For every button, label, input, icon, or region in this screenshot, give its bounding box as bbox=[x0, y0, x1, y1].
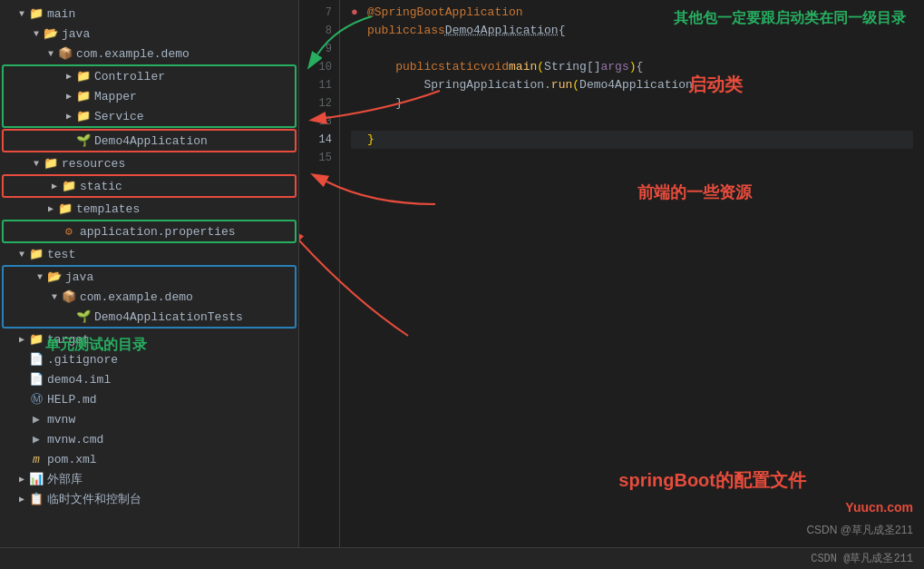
code-line-8: public class Demo4Application { bbox=[351, 22, 913, 40]
code-line-13 bbox=[351, 113, 913, 131]
tree-item-static[interactable]: ▶ 📁 static bbox=[4, 176, 295, 196]
bracket-class-open: { bbox=[559, 22, 566, 40]
arrow-static: ▶ bbox=[47, 179, 62, 193]
tree-item-test-package[interactable]: ▼ 📦 com.example.demo bbox=[4, 287, 295, 307]
tree-item-mvnw[interactable]: ▶ mvnw bbox=[0, 409, 298, 429]
method-main: main bbox=[509, 58, 537, 76]
line-num-12: 12 bbox=[299, 94, 332, 113]
scratch-icon: 📋 bbox=[29, 492, 44, 506]
kw-public-10: public bbox=[395, 58, 438, 76]
label-external-libs: 外部库 bbox=[47, 471, 83, 487]
bracket-class-close: } bbox=[367, 131, 374, 149]
arrow-controller: ▶ bbox=[62, 69, 76, 83]
tree-item-test[interactable]: ▼ 📁 test bbox=[0, 244, 298, 264]
md-icon-help: Ⓜ bbox=[29, 392, 44, 407]
label-test: test bbox=[47, 248, 75, 261]
indent-10 bbox=[367, 58, 395, 76]
folder-icon-java: 📂 bbox=[44, 26, 58, 41]
label-mvnw-cmd: mvnw.cmd bbox=[47, 433, 103, 446]
label-pomxml: pom.xml bbox=[47, 453, 97, 466]
arrow-iml bbox=[15, 372, 29, 387]
class-demo4app: Demo4Application bbox=[445, 22, 559, 40]
folder-icon-service: 📁 bbox=[76, 109, 91, 123]
code-line-12: } bbox=[351, 94, 913, 113]
label-mapper: Mapper bbox=[94, 90, 137, 103]
tree-item-java[interactable]: ▼ 📂 java bbox=[0, 24, 298, 44]
arrow-resources: ▼ bbox=[29, 156, 44, 171]
xml-icon-pom: m bbox=[29, 452, 44, 466]
tree-item-gitignore[interactable]: 📄 .gitignore bbox=[0, 349, 298, 369]
file-icon-gitignore: 📄 bbox=[29, 352, 44, 367]
springboot-icon-test: 🌱 bbox=[76, 309, 91, 324]
arrow-main: ▼ bbox=[15, 6, 29, 21]
tree-item-helpmd[interactable]: Ⓜ HELP.md bbox=[0, 389, 298, 409]
folder-icon-templates: 📁 bbox=[58, 201, 73, 216]
code-content: 7 8 9 10 11 12 13 14 15 ● @SpringBootApp… bbox=[299, 0, 924, 547]
label-iml: demo4.iml bbox=[47, 373, 111, 387]
tree-item-templates[interactable]: ▶ 📁 templates bbox=[0, 199, 298, 219]
tree-item-scratch[interactable]: ▶ 📋 临时文件和控制台 bbox=[0, 489, 298, 509]
arrow-pomxml bbox=[15, 452, 29, 466]
tree-item-main[interactable]: ▼ 📁 main bbox=[0, 4, 298, 24]
label-static: static bbox=[80, 180, 122, 193]
libs-icon: 📊 bbox=[29, 472, 44, 486]
tree-item-app-properties[interactable]: ⚙ application.properties bbox=[4, 221, 295, 241]
label-test-class: Demo4ApplicationTests bbox=[94, 310, 243, 324]
arrow-java: ▼ bbox=[29, 26, 44, 41]
bracket-main-open: ( bbox=[537, 58, 544, 76]
label-com-example: com.example.demo bbox=[76, 47, 190, 61]
tree-item-resources[interactable]: ▼ 📁 resources bbox=[0, 153, 298, 173]
folder-icon-static: 📁 bbox=[62, 179, 76, 193]
folder-icon-test-package: 📦 bbox=[62, 289, 76, 304]
line-numbers: 7 8 9 10 11 12 13 14 15 bbox=[299, 0, 340, 547]
tree-item-iml[interactable]: 📄 demo4.iml bbox=[0, 369, 298, 389]
folder-icon-target: 📁 bbox=[29, 332, 44, 347]
tree-item-test-java[interactable]: ▼ 📂 java bbox=[4, 267, 295, 287]
label-target: target bbox=[47, 333, 90, 347]
bracket-main-close: ) bbox=[629, 58, 637, 76]
label-controller: Controller bbox=[94, 70, 165, 83]
indent-12 bbox=[367, 94, 395, 113]
arrow-test-package: ▼ bbox=[47, 289, 62, 304]
kw-class-8: class bbox=[410, 22, 445, 40]
red-box-static: ▶ 📁 static bbox=[2, 174, 297, 198]
bracket-run-open: ( bbox=[572, 76, 579, 94]
arr-brackets: [] bbox=[587, 58, 601, 76]
arrow-demo4app bbox=[62, 133, 76, 148]
folder-icon-test-java: 📂 bbox=[47, 270, 62, 284]
tree-item-service[interactable]: ▶ 📁 Service bbox=[4, 106, 295, 126]
folder-icon-test: 📁 bbox=[29, 247, 44, 261]
folder-icon-controller: 📁 bbox=[76, 69, 91, 83]
code-line-11: SpringApplication. run ( Demo4Applicatio… bbox=[351, 76, 913, 94]
kw-void-10: void bbox=[481, 58, 509, 76]
red-box-app: 🌱 Demo4Application bbox=[2, 129, 297, 152]
tree-item-target[interactable]: ▶ 📁 target bbox=[0, 329, 298, 349]
tree-item-test-class[interactable]: 🌱 Demo4ApplicationTests bbox=[4, 307, 295, 327]
arrow-target: ▶ bbox=[15, 332, 29, 347]
arrow-gitignore bbox=[15, 352, 29, 367]
tree-item-external-libs[interactable]: ▶ 📊 外部库 bbox=[0, 469, 298, 489]
line-num-15: 15 bbox=[299, 149, 332, 167]
bottom-bar: CSDN @草凡成圣211 bbox=[0, 547, 924, 569]
springboot-icon-demo4app: 🌱 bbox=[76, 133, 91, 148]
editor-area: 7 8 9 10 11 12 13 14 15 ● @SpringBootApp… bbox=[299, 0, 924, 547]
tree-item-controller[interactable]: ▶ 📁 Controller bbox=[4, 66, 295, 86]
line-num-10: 10 bbox=[299, 58, 332, 76]
kw-static-10: static bbox=[438, 58, 481, 76]
tree-item-demo4app[interactable]: 🌱 Demo4Application bbox=[4, 131, 295, 151]
tree-item-com-example[interactable]: ▼ 📦 com.example.demo bbox=[0, 44, 298, 64]
mvnw-cmd-icon: ▶ bbox=[29, 432, 44, 446]
tree-item-mapper[interactable]: ▶ 📁 Mapper bbox=[4, 86, 295, 106]
main-container: ▼ 📁 main ▼ 📂 java ▼ 📦 com.example.demo ▶… bbox=[0, 0, 924, 547]
line-num-7: 7 bbox=[299, 4, 332, 22]
bracket-method-close: } bbox=[395, 94, 403, 113]
kw-public-8: public bbox=[367, 22, 410, 40]
arrow-test-class bbox=[62, 309, 76, 324]
tree-item-pomxml[interactable]: m pom.xml bbox=[0, 449, 298, 469]
arrow-mapper: ▶ bbox=[62, 89, 76, 103]
file-icon-iml: 📄 bbox=[29, 372, 44, 387]
class-demo4app-ref: Demo4Application bbox=[579, 76, 693, 94]
annotation-springboot: @SpringBootApplication bbox=[367, 4, 523, 22]
blue-box-test: ▼ 📂 java ▼ 📦 com.example.demo 🌱 Demo4App… bbox=[2, 265, 297, 329]
tree-item-mvnw-cmd[interactable]: ▶ mvnw.cmd bbox=[0, 429, 298, 449]
